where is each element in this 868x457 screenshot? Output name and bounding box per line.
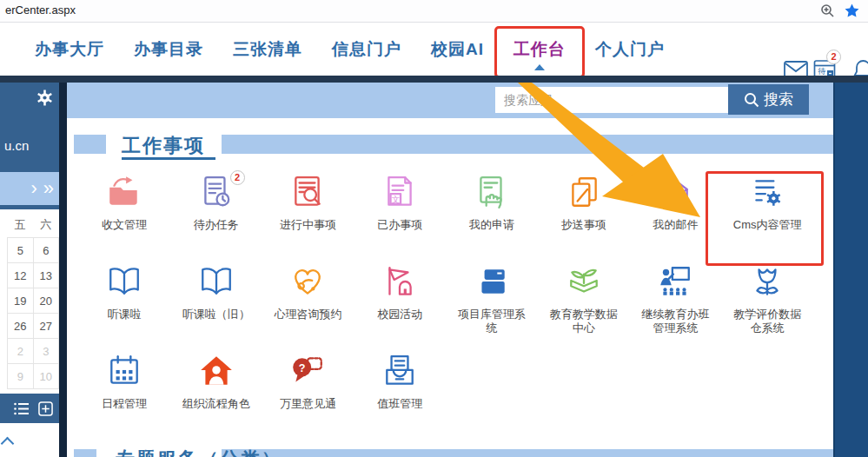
app-教学评价数据仓系统[interactable]: 教学评价数据仓系统: [721, 262, 813, 351]
app-label: 值班管理: [377, 397, 422, 411]
app-Cms内容管理[interactable]: Cms内容管理: [721, 172, 813, 262]
address-text: erCenter.aspx: [5, 3, 76, 17]
title-underline: [122, 157, 215, 160]
nav-item-三张清单[interactable]: 三张清单: [233, 38, 302, 61]
header-band-left: [74, 135, 106, 154]
app-label: 待办任务: [194, 218, 239, 232]
app-label: 心理咨询预约: [274, 308, 341, 321]
chat-question-icon: ?: [288, 353, 327, 393]
app-项目库管理系统[interactable]: 项目库管理系统: [446, 262, 538, 351]
zoom-search-icon[interactable]: [820, 3, 835, 22]
section-title-partial: 专题服务（分类）: [116, 449, 282, 457]
app-我的申请[interactable]: 我的申请: [446, 172, 538, 262]
app-grid: 收文管理 2 待办任务 进行中事项 文 已办事项 我的申请: [78, 172, 813, 440]
app-我的邮件[interactable]: 我的邮件: [630, 172, 722, 262]
app-值班管理[interactable]: 值班管理: [354, 351, 446, 440]
app-日程管理[interactable]: 日程管理: [78, 351, 170, 440]
teacher-board-icon: [656, 263, 694, 303]
book-icon: [197, 263, 235, 303]
search-input[interactable]: [495, 87, 735, 113]
calendar-day-cell[interactable]: 13: [33, 263, 59, 288]
calendar-day-cell[interactable]: 12: [8, 263, 34, 288]
calendar-day-cell[interactable]: 19: [8, 288, 34, 314]
nav-item-个人门户[interactable]: 个人门户: [595, 38, 665, 61]
app-label: 进行中事项: [280, 218, 336, 232]
browser-address-bar: erCenter.aspx: [0, 0, 868, 23]
calendar-day-cell[interactable]: 27: [33, 314, 59, 339]
notification-badge: 2: [230, 170, 245, 185]
doc-search-icon: [289, 174, 326, 214]
app-已办事项[interactable]: 文 已办事项: [354, 172, 446, 262]
nav-item-label: 信息门户: [332, 40, 401, 58]
svg-text:待: 待: [818, 67, 826, 76]
app-label: 教学评价数据仓系统: [729, 308, 805, 335]
nav-item-信息门户[interactable]: 信息门户: [332, 38, 401, 61]
calendar-day-cell[interactable]: 20: [33, 288, 59, 314]
section-title-work-items: 工作事项: [122, 133, 205, 159]
app-进行中事项[interactable]: 进行中事项: [262, 172, 354, 262]
mail-open-icon: [657, 174, 693, 214]
tulip-icon: [748, 263, 786, 303]
nav-item-校园AI[interactable]: 校园AI: [431, 38, 484, 61]
bookmark-star-icon[interactable]: [845, 3, 859, 22]
sidebar-domain-text: u.cn: [4, 138, 29, 153]
calendar-day-cell[interactable]: 26: [8, 314, 34, 339]
app-继续教育办班管理系统[interactable]: 继续教育办班管理系统: [630, 262, 722, 351]
calendar-day-cell[interactable]: 6: [33, 238, 59, 263]
app-label: 继续教育办班管理系统: [637, 308, 713, 335]
app-待办任务[interactable]: 2 待办任务: [170, 172, 262, 262]
top-nav: 办事大厅办事目录三张清单信息门户校园AI工作台个人门户 待 2: [0, 23, 868, 76]
app-抄送事项[interactable]: 抄送事项: [538, 172, 630, 262]
folder-arrow-icon: [105, 174, 143, 214]
search-icon: [744, 92, 759, 108]
calendar-day-cell[interactable]: 10: [33, 364, 59, 389]
calendar-nav-arrows: › »: [0, 172, 59, 205]
search-button[interactable]: 搜索: [728, 84, 809, 115]
app-label: 抄送事项: [561, 218, 606, 232]
sprout-book-icon: [565, 263, 603, 303]
house-person-icon: [197, 353, 235, 393]
sidebar-divider-strip: [59, 83, 67, 457]
app-听课啦（旧）[interactable]: 听课啦（旧）: [170, 262, 262, 351]
gear-icon[interactable]: [36, 89, 53, 109]
inbox-doc-icon: [381, 353, 418, 393]
double-chevron-right-icon[interactable]: »: [43, 179, 54, 198]
app-心理咨询预约[interactable]: 心理咨询预约: [262, 262, 354, 351]
nav-item-label: 三张清单: [233, 40, 302, 58]
chevron-right-icon[interactable]: ›: [30, 179, 36, 198]
sidebar-calendar: 五六5612131920262723910: [0, 209, 59, 394]
list-view-icon[interactable]: [14, 402, 30, 415]
app-组织流程角色[interactable]: 组织流程角色: [170, 351, 262, 440]
app-label: 听课啦（旧）: [182, 308, 250, 321]
app-label: Cms内容管理: [733, 218, 802, 232]
app-label: 日程管理: [102, 397, 147, 411]
divider-band: [0, 76, 868, 83]
app-教育教学数据中心[interactable]: 教育教学数据中心: [538, 262, 630, 351]
calendar-day-header: 五: [8, 213, 34, 238]
add-panel-icon[interactable]: [38, 401, 53, 416]
app-听课啦[interactable]: 听课啦: [78, 262, 170, 351]
calendar-day-cell[interactable]: 5: [8, 238, 34, 263]
caret-up-icon[interactable]: [1, 437, 15, 451]
book-icon: [105, 263, 143, 303]
nav-item-label: 个人门户: [595, 40, 665, 58]
app-校园活动[interactable]: 校园活动: [354, 262, 446, 351]
app-万里意见通[interactable]: ? 万里意见通: [262, 351, 354, 440]
nav-item-工作台[interactable]: 工作台: [514, 38, 566, 61]
calendar-day-header: 六: [33, 213, 59, 238]
nav-item-办事目录[interactable]: 办事目录: [134, 38, 203, 61]
nav-items: 办事大厅办事目录三张清单信息门户校园AI工作台个人门户: [35, 23, 665, 76]
doc-hand-icon: [474, 174, 510, 214]
nav-item-办事大厅[interactable]: 办事大厅: [35, 38, 104, 61]
calendar-day-cell[interactable]: 9: [8, 364, 34, 389]
app-收文管理[interactable]: 收文管理: [78, 172, 170, 262]
sidebar-bottom-bar: [0, 394, 59, 423]
app-label: 教育教学数据中心: [546, 308, 622, 335]
header-band-right: [222, 135, 833, 154]
sidebar-calendar-table: 五六5612131920262723910: [7, 213, 59, 389]
right-edge-panel: [833, 83, 868, 457]
active-tab-indicator: [534, 64, 545, 70]
nav-item-label: 工作台: [514, 40, 566, 58]
calendar-day-cell[interactable]: 3: [33, 339, 59, 364]
calendar-day-cell[interactable]: 2: [8, 339, 34, 364]
